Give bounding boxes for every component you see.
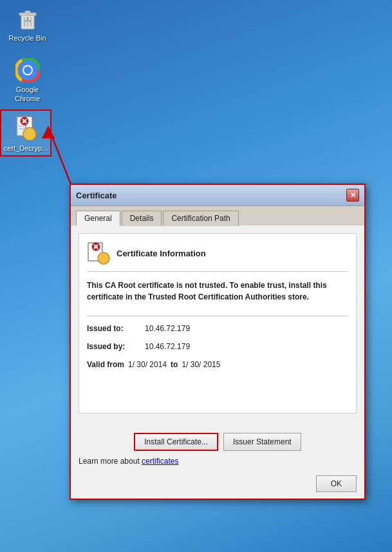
chrome-label: Google Chrome xyxy=(6,85,49,104)
tab-general[interactable]: General xyxy=(76,211,120,226)
buttons-row: Install Certificate... Issuer Statement xyxy=(79,433,357,451)
certificate-dialog: Certificate ✕ General Details Certificat… xyxy=(70,184,366,500)
cert-info-title: Certificate Information xyxy=(117,249,206,258)
tabs-bar: General Details Certification Path xyxy=(71,206,364,225)
valid-to-value: 1/ 30/ 2015 xyxy=(182,360,220,369)
cert-icon-small xyxy=(87,242,110,265)
tab-details[interactable]: Details xyxy=(122,211,162,226)
certificates-link[interactable]: certificates xyxy=(142,457,178,466)
svg-point-14 xyxy=(23,128,36,140)
chrome-svg xyxy=(15,58,40,82)
recycle-bin-image xyxy=(15,6,41,32)
chrome-image xyxy=(15,57,41,83)
issued-by-value: 10.46.72.179 xyxy=(145,342,190,351)
valid-to-label: to xyxy=(171,360,178,369)
tab-certification-path[interactable]: Certification Path xyxy=(163,211,238,226)
dialog-content: Certificate Information This CA Root cer… xyxy=(71,225,364,421)
valid-from-value: 1/ 30/ 2014 xyxy=(128,360,167,369)
valid-from-row: Valid from 1/ 30/ 2014 to 1/ 30/ 2015 xyxy=(87,360,348,369)
issued-to-field: Issued to: 10.46.72.179 xyxy=(87,324,348,333)
valid-from-label: Valid from xyxy=(87,360,124,369)
cert-info-box: Certificate Information This CA Root cer… xyxy=(79,233,357,414)
issued-to-label: Issued to: xyxy=(87,324,145,333)
dialog-title: Certificate xyxy=(76,191,117,200)
cert-divider xyxy=(87,316,348,316)
dialog-titlebar: Certificate ✕ xyxy=(71,185,364,206)
issued-by-label: Issued by: xyxy=(87,342,145,351)
issued-by-field: Issued by: 10.46.72.179 xyxy=(87,342,348,351)
issuer-statement-button[interactable]: Issuer Statement xyxy=(223,433,301,451)
svg-point-24 xyxy=(98,252,109,264)
cert-file-label: cert_Decryp... xyxy=(4,144,48,153)
cert-file-svg xyxy=(13,115,39,140)
cert-desktop-icon[interactable]: cert_Decryp... xyxy=(0,109,51,157)
recycle-bin-icon[interactable]: Recycle Bin xyxy=(3,3,51,45)
svg-point-11 xyxy=(24,66,32,74)
install-certificate-button[interactable]: Install Certificate... xyxy=(134,433,218,451)
ok-button[interactable]: OK xyxy=(316,475,357,492)
cert-warning-text: This CA Root certificate is not trusted.… xyxy=(87,280,348,303)
recycle-bin-label: Recycle Bin xyxy=(8,33,46,43)
issued-to-value: 10.46.72.179 xyxy=(145,324,190,333)
recycle-bin-svg xyxy=(16,7,39,30)
ok-row: OK xyxy=(71,471,364,499)
svg-rect-2 xyxy=(25,11,30,14)
dialog-bottom: Install Certificate... Issuer Statement … xyxy=(71,421,364,471)
google-chrome-icon[interactable]: Google Chrome xyxy=(3,55,51,106)
learn-more-section: Learn more about certificates xyxy=(79,455,357,466)
close-button[interactable]: ✕ xyxy=(346,189,359,202)
cert-file-image xyxy=(12,113,40,142)
learn-more-text: Learn more about certificates xyxy=(79,457,178,466)
cert-info-header: Certificate Information xyxy=(87,242,348,272)
